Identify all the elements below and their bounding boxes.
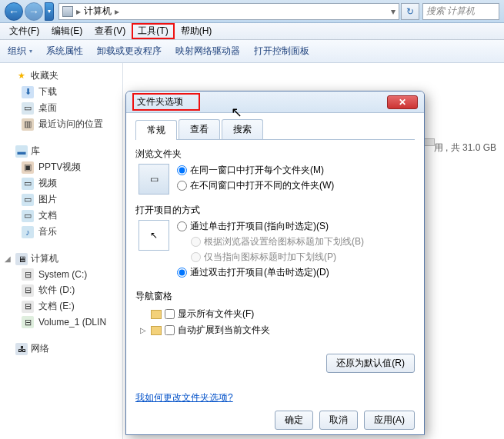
opt-same-window[interactable]: 在同一窗口中打开每个文件夹(M) [177,164,334,177]
sidebar-library[interactable]: ▬库 [0,143,122,159]
sidebar-favorites[interactable]: ★收藏夹 [0,68,122,84]
dialog-title: 文件夹选项 [132,93,200,111]
sidebar-recent[interactable]: ▥最近访问的位置 [0,116,122,132]
drive-info-label: 用 , 共 31.0 GB [434,141,496,155]
sidebar-pptv[interactable]: ▣PPTV视频 [0,159,122,175]
click-icon: ↖ [139,220,169,251]
sidebar: ★收藏夹 ⬇下载 ▭桌面 ▥最近访问的位置 ▬库 ▣PPTV视频 ▭视频 ▭图片… [0,63,123,439]
restore-defaults-button[interactable]: 还原为默认值(R) [326,354,415,373]
opt-single-click[interactable]: 通过单击打开项目(指向时选定)(S) [177,220,364,233]
sidebar-computer[interactable]: ◢🖥计算机 [0,251,122,267]
navpane-autoexp[interactable]: ▷自动扩展到当前文件夹 [140,322,415,338]
sidebar-drive-e[interactable]: ⊟文档 (E:) [0,298,122,314]
computer-icon [62,6,73,17]
sidebar-picture[interactable]: ▭图片 [0,191,122,208]
tb-control-panel[interactable]: 打开控制面板 [254,45,309,58]
tab-view[interactable]: 查看 [179,119,220,139]
forward-button[interactable]: → [25,2,43,21]
opt-underline-point: 仅当指向图标标题时加下划线(P) [177,251,364,264]
menu-tools[interactable]: 工具(T) [132,23,174,39]
browse-group-title: 浏览文件夹 [135,148,415,161]
dialog-titlebar[interactable]: 文件夹选项 ✕ [126,91,424,113]
navpane-showall[interactable]: 显示所有文件夹(F) [140,306,415,322]
menu-help[interactable]: 帮助(H) [175,23,219,39]
tb-organize[interactable]: 组织▾ [8,45,32,58]
refresh-button[interactable]: ↻ [401,3,419,20]
folder-options-dialog: 文件夹选项 ✕ 常规 查看 搜索 浏览文件夹 ▭ 在同一窗口中打开每个文件夹(M… [125,91,425,435]
tb-map-drive[interactable]: 映射网络驱动器 [175,45,240,58]
folder-icon [151,326,162,335]
help-link[interactable]: 我如何更改文件夹选项? [135,391,415,404]
sidebar-video[interactable]: ▭视频 [0,175,122,191]
toolbar: 组织▾ 系统属性 卸载或更改程序 映射网络驱动器 打开控制面板 [0,40,504,63]
click-group-title: 打开项目的方式 [135,204,415,217]
sidebar-drive-c[interactable]: ⊟System (C:) [0,267,122,282]
search-input[interactable]: 搜索 计算机 [422,3,499,20]
addr-dropdown-icon[interactable]: ▾ [391,6,396,17]
sidebar-music[interactable]: ♪音乐 [0,224,122,240]
folder-icon [151,310,162,319]
tb-system-props[interactable]: 系统属性 [46,45,83,58]
sidebar-drive-vol[interactable]: ⊟Volume_1 (DLIN [0,314,122,330]
opt-own-window[interactable]: 在不同窗口中打开不同的文件夹(W) [177,179,334,192]
cancel-button[interactable]: 取消 [319,411,358,430]
browse-icon: ▭ [139,164,169,195]
menu-bar: 文件(F) 编辑(E) 查看(V) 工具(T) 帮助(H) [0,23,504,40]
tab-search[interactable]: 搜索 [222,119,263,139]
breadcrumb[interactable]: 计算机 [84,5,112,18]
dialog-tabs: 常规 查看 搜索 [135,119,415,140]
tb-uninstall[interactable]: 卸载或更改程序 [97,45,162,58]
sidebar-drive-d[interactable]: ⊟软件 (D:) [0,282,122,298]
menu-edit[interactable]: 编辑(E) [45,23,88,39]
sidebar-desktop[interactable]: ▭桌面 [0,100,122,116]
close-button[interactable]: ✕ [387,95,418,109]
nav-history-dropdown[interactable]: ▾ [45,2,54,21]
sidebar-network[interactable]: 🖧网络 [0,341,122,357]
address-bar[interactable]: ▸ 计算机 ▸ ▾ [58,3,399,20]
navpane-group-title: 导航窗格 [135,290,415,303]
opt-double-click[interactable]: 通过双击打开项目(单击时选定)(D) [177,266,364,279]
sidebar-document[interactable]: ▭文档 [0,208,122,224]
menu-view[interactable]: 查看(V) [88,23,132,39]
back-button[interactable]: ← [5,2,23,21]
ok-button[interactable]: 确定 [275,411,313,430]
opt-underline-browser: 根据浏览器设置给图标标题加下划线(B) [177,235,364,248]
tab-general[interactable]: 常规 [135,120,177,140]
sidebar-downloads[interactable]: ⬇下载 [0,84,122,100]
menu-file[interactable]: 文件(F) [3,23,45,39]
window-titlebar: ← → ▾ ▸ 计算机 ▸ ▾ ↻ 搜索 计算机 [0,0,504,23]
apply-button[interactable]: 应用(A) [364,411,415,430]
